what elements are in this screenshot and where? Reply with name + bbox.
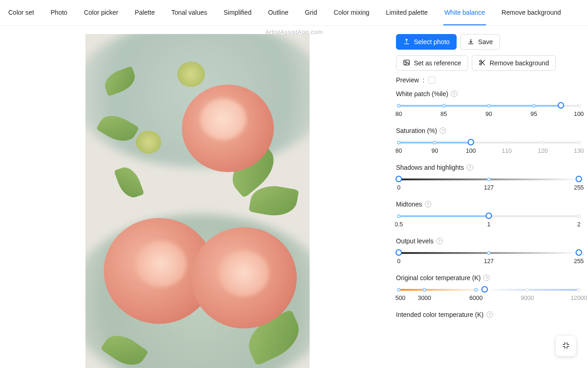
- white-patch-slider[interactable]: [399, 103, 579, 109]
- slider-handle[interactable]: [481, 286, 488, 293]
- output-levels-slider[interactable]: [399, 250, 579, 256]
- preview-label: Preview: [396, 76, 419, 84]
- controls-sidebar: Select photo Save Set as reference R: [395, 26, 588, 368]
- tab-grid[interactable]: Grid: [304, 0, 318, 25]
- tab-outline[interactable]: Outline: [267, 0, 289, 25]
- reference-photo[interactable]: [85, 34, 310, 368]
- orig-temp-label: Original color temperature (K): [396, 274, 481, 282]
- slider-handle-low[interactable]: [396, 249, 402, 256]
- svg-point-1: [405, 61, 407, 63]
- slider-handle-high[interactable]: [576, 249, 582, 256]
- tab-simplified[interactable]: Simplified: [223, 0, 253, 25]
- slider-handle[interactable]: [468, 139, 474, 145]
- slider-handle-low[interactable]: [396, 176, 402, 182]
- tab-limited-palette[interactable]: Limited palette: [385, 0, 429, 25]
- save-label: Save: [478, 38, 493, 46]
- download-icon: [467, 38, 475, 46]
- tab-photo[interactable]: Photo: [50, 0, 68, 25]
- saturation-label: Saturation (%): [396, 127, 437, 134]
- slider-handle-high[interactable]: [576, 176, 582, 182]
- intended-temp-label: Intended color temperature (K): [396, 311, 484, 318]
- white-patch-label: White patch (%ile): [396, 90, 448, 98]
- output-levels-label: Output levels: [396, 237, 434, 245]
- save-button[interactable]: Save: [460, 34, 500, 50]
- tab-color-picker[interactable]: Color picker: [83, 0, 119, 25]
- help-icon[interactable]: ?: [440, 127, 446, 134]
- midtones-slider[interactable]: [399, 213, 579, 219]
- help-icon[interactable]: ?: [436, 238, 443, 244]
- shadows-highlights-label: Shadows and highlights: [396, 164, 464, 171]
- tab-white-balance[interactable]: White balance: [443, 0, 486, 25]
- svg-point-2: [480, 60, 481, 62]
- help-icon[interactable]: ?: [483, 275, 490, 281]
- select-photo-button[interactable]: Select photo: [396, 34, 457, 50]
- help-icon[interactable]: ?: [451, 91, 458, 97]
- tab-color-set[interactable]: Color set: [7, 0, 35, 25]
- fullscreen-exit-button[interactable]: [556, 336, 576, 356]
- orig-temp-slider[interactable]: [399, 287, 579, 293]
- tab-remove-background[interactable]: Remove background: [501, 0, 562, 25]
- midtones-label: Midtones: [396, 201, 422, 208]
- help-icon[interactable]: ?: [486, 311, 493, 318]
- preview-checkbox[interactable]: [428, 76, 435, 84]
- tab-palette[interactable]: Palette: [134, 0, 156, 25]
- slider-handle[interactable]: [486, 213, 492, 219]
- image-icon: [403, 59, 410, 68]
- upload-icon: [403, 38, 410, 46]
- remove-background-button[interactable]: Remove background: [472, 55, 556, 71]
- fullscreen-exit-icon: [562, 341, 570, 351]
- canvas-area: [0, 26, 395, 368]
- set-reference-label: Set as reference: [414, 59, 461, 67]
- shadows-highlights-slider[interactable]: [399, 177, 579, 182]
- remove-background-label: Remove background: [490, 59, 549, 67]
- saturation-slider[interactable]: [399, 140, 579, 145]
- main-tabs: Color set Photo Color picker Palette Ton…: [0, 0, 588, 26]
- select-photo-label: Select photo: [414, 38, 450, 46]
- help-icon[interactable]: ?: [425, 201, 431, 207]
- svg-rect-0: [404, 60, 409, 65]
- tab-color-mixing[interactable]: Color mixing: [333, 0, 370, 25]
- svg-point-3: [480, 63, 481, 65]
- slider-handle[interactable]: [558, 102, 564, 109]
- set-reference-button[interactable]: Set as reference: [396, 55, 468, 71]
- tab-tonal-values[interactable]: Tonal values: [170, 0, 208, 25]
- scissors-icon: [479, 59, 486, 68]
- help-icon[interactable]: ?: [467, 164, 473, 171]
